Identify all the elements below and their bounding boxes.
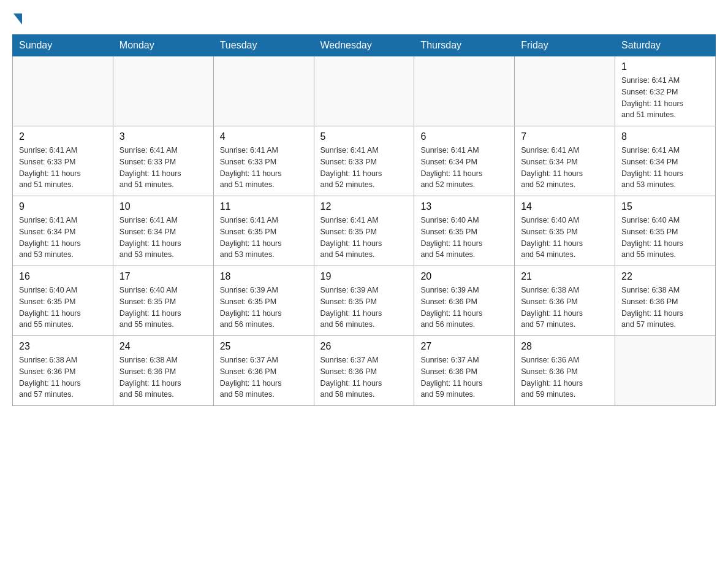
calendar-cell: 26Sunrise: 6:37 AM Sunset: 6:36 PM Dayli… — [314, 336, 414, 406]
day-info: Sunrise: 6:41 AM Sunset: 6:34 PM Dayligh… — [420, 145, 508, 191]
day-number: 11 — [220, 201, 308, 212]
day-number: 12 — [320, 201, 408, 212]
day-info: Sunrise: 6:39 AM Sunset: 6:36 PM Dayligh… — [420, 285, 508, 331]
calendar-cell: 20Sunrise: 6:39 AM Sunset: 6:36 PM Dayli… — [414, 266, 515, 336]
day-info: Sunrise: 6:41 AM Sunset: 6:34 PM Dayligh… — [521, 145, 609, 191]
day-info: Sunrise: 6:41 AM Sunset: 6:34 PM Dayligh… — [621, 145, 709, 191]
day-info: Sunrise: 6:39 AM Sunset: 6:35 PM Dayligh… — [220, 285, 308, 331]
day-info: Sunrise: 6:38 AM Sunset: 6:36 PM Dayligh… — [119, 354, 207, 400]
calendar-cell: 18Sunrise: 6:39 AM Sunset: 6:35 PM Dayli… — [213, 266, 314, 336]
day-number: 26 — [320, 341, 408, 352]
days-of-week-row: SundayMondayTuesdayWednesdayThursdayFrid… — [13, 35, 716, 56]
day-number: 5 — [320, 131, 408, 142]
calendar-week-3: 9Sunrise: 6:41 AM Sunset: 6:34 PM Daylig… — [13, 196, 716, 266]
day-number: 9 — [19, 201, 107, 212]
day-of-week-sunday: Sunday — [13, 35, 113, 56]
day-number: 20 — [420, 271, 508, 282]
calendar-body: 1Sunrise: 6:41 AM Sunset: 6:32 PM Daylig… — [13, 56, 716, 406]
day-number: 14 — [521, 201, 609, 212]
day-number: 25 — [220, 341, 308, 352]
calendar-cell: 28Sunrise: 6:36 AM Sunset: 6:36 PM Dayli… — [515, 336, 615, 406]
day-info: Sunrise: 6:37 AM Sunset: 6:36 PM Dayligh… — [220, 354, 308, 400]
calendar-cell: 5Sunrise: 6:41 AM Sunset: 6:33 PM Daylig… — [314, 126, 414, 196]
day-number: 1 — [621, 61, 709, 72]
day-info: Sunrise: 6:39 AM Sunset: 6:35 PM Dayligh… — [320, 285, 408, 331]
day-number: 10 — [119, 201, 207, 212]
calendar-cell: 12Sunrise: 6:41 AM Sunset: 6:35 PM Dayli… — [314, 196, 414, 266]
calendar-cell: 2Sunrise: 6:41 AM Sunset: 6:33 PM Daylig… — [13, 126, 113, 196]
day-number: 4 — [220, 131, 308, 142]
day-number: 13 — [420, 201, 508, 212]
calendar-cell: 13Sunrise: 6:40 AM Sunset: 6:35 PM Dayli… — [414, 196, 515, 266]
day-of-week-saturday: Saturday — [615, 35, 716, 56]
calendar-week-2: 2Sunrise: 6:41 AM Sunset: 6:33 PM Daylig… — [13, 126, 716, 196]
day-info: Sunrise: 6:41 AM Sunset: 6:32 PM Dayligh… — [621, 75, 709, 121]
day-info: Sunrise: 6:41 AM Sunset: 6:33 PM Dayligh… — [19, 145, 107, 191]
day-number: 18 — [220, 271, 308, 282]
day-number: 15 — [621, 201, 709, 212]
day-info: Sunrise: 6:40 AM Sunset: 6:35 PM Dayligh… — [621, 215, 709, 261]
calendar-week-1: 1Sunrise: 6:41 AM Sunset: 6:32 PM Daylig… — [13, 56, 716, 126]
logo-triangle-icon — [13, 13, 22, 25]
calendar-cell: 27Sunrise: 6:37 AM Sunset: 6:36 PM Dayli… — [414, 336, 515, 406]
calendar-cell: 22Sunrise: 6:38 AM Sunset: 6:36 PM Dayli… — [615, 266, 716, 336]
calendar-cell: 9Sunrise: 6:41 AM Sunset: 6:34 PM Daylig… — [13, 196, 113, 266]
day-number: 3 — [119, 131, 207, 142]
calendar-header: SundayMondayTuesdayWednesdayThursdayFrid… — [13, 35, 716, 56]
day-info: Sunrise: 6:41 AM Sunset: 6:33 PM Dayligh… — [119, 145, 207, 191]
day-info: Sunrise: 6:41 AM Sunset: 6:34 PM Dayligh… — [19, 215, 107, 261]
calendar-cell: 6Sunrise: 6:41 AM Sunset: 6:34 PM Daylig… — [414, 126, 515, 196]
logo — [12, 12, 22, 22]
day-info: Sunrise: 6:38 AM Sunset: 6:36 PM Dayligh… — [621, 285, 709, 331]
day-number: 8 — [621, 131, 709, 142]
day-number: 24 — [119, 341, 207, 352]
calendar-cell: 4Sunrise: 6:41 AM Sunset: 6:33 PM Daylig… — [213, 126, 314, 196]
day-info: Sunrise: 6:37 AM Sunset: 6:36 PM Dayligh… — [420, 354, 508, 400]
calendar-cell: 23Sunrise: 6:38 AM Sunset: 6:36 PM Dayli… — [13, 336, 113, 406]
day-info: Sunrise: 6:40 AM Sunset: 6:35 PM Dayligh… — [119, 285, 207, 331]
calendar-cell — [515, 56, 615, 126]
day-info: Sunrise: 6:40 AM Sunset: 6:35 PM Dayligh… — [521, 215, 609, 261]
day-number: 6 — [420, 131, 508, 142]
day-number: 19 — [320, 271, 408, 282]
calendar-week-4: 16Sunrise: 6:40 AM Sunset: 6:35 PM Dayli… — [13, 266, 716, 336]
page-header — [12, 12, 716, 22]
calendar-week-5: 23Sunrise: 6:38 AM Sunset: 6:36 PM Dayli… — [13, 336, 716, 406]
calendar-table: SundayMondayTuesdayWednesdayThursdayFrid… — [12, 34, 716, 406]
calendar-cell — [113, 56, 213, 126]
day-number: 23 — [19, 341, 107, 352]
calendar-cell: 25Sunrise: 6:37 AM Sunset: 6:36 PM Dayli… — [213, 336, 314, 406]
day-of-week-tuesday: Tuesday — [213, 35, 314, 56]
calendar-cell: 8Sunrise: 6:41 AM Sunset: 6:34 PM Daylig… — [615, 126, 716, 196]
day-of-week-thursday: Thursday — [414, 35, 515, 56]
day-info: Sunrise: 6:41 AM Sunset: 6:33 PM Dayligh… — [320, 145, 408, 191]
calendar-cell — [615, 336, 716, 406]
day-number: 2 — [19, 131, 107, 142]
day-info: Sunrise: 6:41 AM Sunset: 6:34 PM Dayligh… — [119, 215, 207, 261]
day-number: 7 — [521, 131, 609, 142]
day-of-week-wednesday: Wednesday — [314, 35, 414, 56]
calendar-cell: 15Sunrise: 6:40 AM Sunset: 6:35 PM Dayli… — [615, 196, 716, 266]
calendar-cell: 11Sunrise: 6:41 AM Sunset: 6:35 PM Dayli… — [213, 196, 314, 266]
calendar-cell — [414, 56, 515, 126]
calendar-cell: 17Sunrise: 6:40 AM Sunset: 6:35 PM Dayli… — [113, 266, 213, 336]
day-of-week-friday: Friday — [515, 35, 615, 56]
calendar-cell: 1Sunrise: 6:41 AM Sunset: 6:32 PM Daylig… — [615, 56, 716, 126]
day-info: Sunrise: 6:38 AM Sunset: 6:36 PM Dayligh… — [19, 354, 107, 400]
calendar-cell — [213, 56, 314, 126]
day-number: 22 — [621, 271, 709, 282]
day-number: 27 — [420, 341, 508, 352]
calendar-cell: 14Sunrise: 6:40 AM Sunset: 6:35 PM Dayli… — [515, 196, 615, 266]
day-info: Sunrise: 6:41 AM Sunset: 6:33 PM Dayligh… — [220, 145, 308, 191]
day-number: 28 — [521, 341, 609, 352]
day-info: Sunrise: 6:37 AM Sunset: 6:36 PM Dayligh… — [320, 354, 408, 400]
day-number: 16 — [19, 271, 107, 282]
calendar-cell: 3Sunrise: 6:41 AM Sunset: 6:33 PM Daylig… — [113, 126, 213, 196]
day-info: Sunrise: 6:36 AM Sunset: 6:36 PM Dayligh… — [521, 354, 609, 400]
day-info: Sunrise: 6:41 AM Sunset: 6:35 PM Dayligh… — [320, 215, 408, 261]
calendar-cell: 21Sunrise: 6:38 AM Sunset: 6:36 PM Dayli… — [515, 266, 615, 336]
calendar-cell — [13, 56, 113, 126]
day-info: Sunrise: 6:41 AM Sunset: 6:35 PM Dayligh… — [220, 215, 308, 261]
day-info: Sunrise: 6:40 AM Sunset: 6:35 PM Dayligh… — [420, 215, 508, 261]
day-number: 21 — [521, 271, 609, 282]
